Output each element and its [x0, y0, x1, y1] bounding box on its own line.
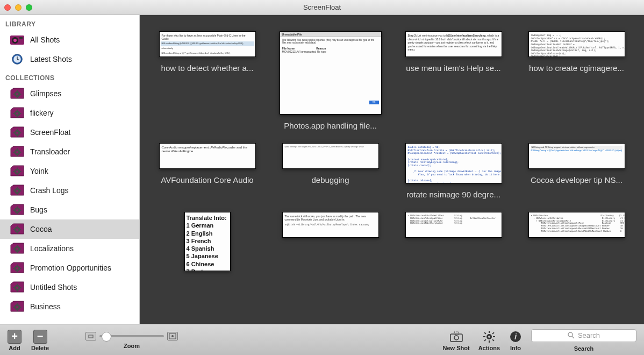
thumbnail-preview: The same trick still works, you just hav…	[282, 212, 379, 238]
sidebar-item-cocoa[interactable]: Cocoa	[0, 219, 139, 239]
smart-folder-icon	[10, 203, 25, 217]
svg-rect-11	[17, 97, 18, 98]
thumbnail-preview: Translate Into:1 German2 English3 French…	[184, 212, 231, 271]
sidebar: LIBRARY All Shots Latest Shots COLLECTIO…	[0, 15, 140, 324]
svg-rect-47	[17, 213, 18, 215]
thumbnail-caption: debugging	[311, 175, 349, 184]
svg-rect-12	[13, 94, 15, 95]
svg-rect-83	[450, 334, 462, 342]
info-button[interactable]: i Info	[509, 330, 523, 351]
sidebar-item-transloader[interactable]: Transloader	[0, 142, 139, 161]
svg-rect-93	[492, 332, 494, 334]
thumbnail-item[interactable]: ▸ NSExtensionPointIdentifier String NSEx…	[395, 212, 512, 271]
thumbnail-item[interactable]: Step 2: Let me introduce you to NSUserIn…	[395, 31, 512, 130]
gear-icon	[482, 330, 496, 344]
thumbnail-item[interactable]: (lldb) settings set target.env-vars DYLD…	[271, 143, 389, 199]
sidebar-item-yoink[interactable]: Yoink	[0, 161, 139, 181]
thumbnail-item[interactable]: CGImageRef img = ...; CGColorSpaceRef cs…	[518, 31, 635, 130]
sidebar-item-label: Cocoa	[30, 225, 52, 233]
delete-button[interactable]: − Delete	[31, 330, 49, 351]
search-icon	[568, 332, 575, 339]
collections-header: COLLECTIONS	[0, 69, 139, 84]
svg-rect-55	[20, 229, 22, 230]
svg-rect-76	[17, 303, 18, 305]
thumbnail-preview: (lldb) settings set target.env-vars DYLD…	[282, 143, 379, 169]
svg-rect-48	[13, 210, 15, 211]
svg-rect-94	[484, 339, 486, 341]
svg-point-39	[16, 190, 18, 192]
sidebar-item-label: Yoink	[30, 167, 48, 175]
svg-rect-17	[17, 116, 18, 118]
svg-rect-30	[13, 152, 15, 153]
new-shot-button[interactable]: New Shot	[443, 330, 470, 351]
svg-rect-49	[20, 210, 22, 211]
sidebar-item-localizations[interactable]: Localizations	[0, 239, 139, 258]
svg-point-69	[16, 287, 18, 289]
svg-rect-52	[17, 226, 18, 228]
svg-rect-43	[20, 190, 22, 191]
svg-rect-25	[20, 132, 22, 133]
svg-rect-24	[13, 132, 15, 133]
thumbnail-item[interactable]: NSString and CFString support reinterpre…	[518, 143, 635, 199]
thumbnail-item[interactable]: For those who like to have as less as po…	[148, 31, 266, 130]
svg-rect-91	[484, 332, 486, 334]
thumbnail-caption: rotate nsimage 90 degre...	[406, 190, 500, 199]
thumbnail-preview: For those who like to have as less as po…	[159, 31, 256, 57]
svg-point-57	[16, 248, 18, 250]
thumbnail-item[interactable]: Translate Into:1 German2 English3 French…	[148, 212, 266, 271]
svg-rect-72	[13, 287, 15, 288]
sidebar-item-business[interactable]: Business	[0, 297, 139, 316]
svg-rect-29	[17, 155, 18, 157]
sidebar-item-screenfloat[interactable]: ScreenFloat	[0, 123, 139, 142]
thumbnail-preview: Unreadable FileThe following files could…	[280, 31, 382, 115]
zoom-in-icon[interactable]	[167, 332, 178, 340]
sidebar-item-label: Transloader	[30, 147, 70, 156]
search-input[interactable]: Search	[531, 329, 636, 342]
svg-rect-31	[20, 152, 22, 153]
svg-rect-88	[489, 340, 490, 343]
zoom-control: Zoom	[85, 332, 178, 349]
sidebar-item-untitled-shots[interactable]: Untitled Shots	[0, 278, 139, 297]
svg-point-15	[16, 112, 18, 115]
svg-rect-16	[17, 110, 18, 111]
svg-rect-41	[17, 194, 18, 195]
thumbnail-caption: AVFoundation Core Audio	[161, 175, 253, 184]
svg-rect-23	[17, 136, 18, 137]
svg-point-9	[16, 93, 18, 95]
info-icon: i	[509, 330, 523, 344]
svg-point-33	[16, 171, 18, 173]
sidebar-item-all-shots[interactable]: All Shots	[0, 30, 139, 49]
svg-rect-92	[492, 339, 494, 341]
svg-point-95	[488, 336, 490, 338]
zoom-out-icon[interactable]	[85, 332, 96, 340]
thumbnail-item[interactable]: ▾ NSExtension Dictionary (2 items) ▾ NSE…	[518, 212, 635, 271]
smart-folder-icon	[10, 87, 25, 101]
thumbnail-item[interactable]: Core Audio wrapper/replacement: AVAudioR…	[148, 143, 266, 199]
thumbnail-caption: how to create cgimagere...	[529, 63, 624, 73]
smart-folder-icon	[10, 125, 25, 139]
sidebar-item-latest-shots[interactable]: Latest Shots	[0, 49, 139, 69]
svg-rect-65	[17, 271, 18, 273]
svg-rect-54	[13, 229, 15, 230]
sidebar-item-crash-logs[interactable]: Crash Logs	[0, 181, 139, 200]
svg-rect-19	[20, 113, 22, 114]
thumbnail-item[interactable]: Unreadable FileThe following files could…	[271, 31, 389, 130]
add-button[interactable]: + Add	[8, 330, 22, 351]
thumbnail-caption: how to detect whether a...	[161, 63, 254, 73]
svg-rect-73	[20, 287, 22, 288]
thumbnail-caption: Cocoa developer tip NS...	[531, 175, 622, 184]
sidebar-item-flickery[interactable]: flickery	[0, 103, 139, 123]
svg-rect-89	[483, 336, 485, 337]
actions-button[interactable]: Actions	[478, 330, 500, 351]
thumbnail-item[interactable]: double rotateDeg = 90; NSAffineTransform…	[395, 143, 512, 199]
thumbnail-item[interactable]: The same trick still works, you just hav…	[271, 212, 389, 271]
svg-rect-10	[17, 90, 18, 92]
svg-rect-79	[20, 307, 22, 308]
svg-rect-58	[17, 245, 18, 247]
zoom-slider[interactable]	[99, 335, 164, 337]
sidebar-item-promotion-opportunities[interactable]: Promotion Opportunities	[0, 258, 139, 278]
smart-folder-icon	[10, 164, 25, 178]
sidebar-item-bugs[interactable]: Bugs	[0, 200, 139, 219]
sidebar-item-glimpses[interactable]: Glimpses	[0, 84, 139, 103]
thumbnail-preview: NSString and CFString support reinterpre…	[528, 143, 625, 169]
